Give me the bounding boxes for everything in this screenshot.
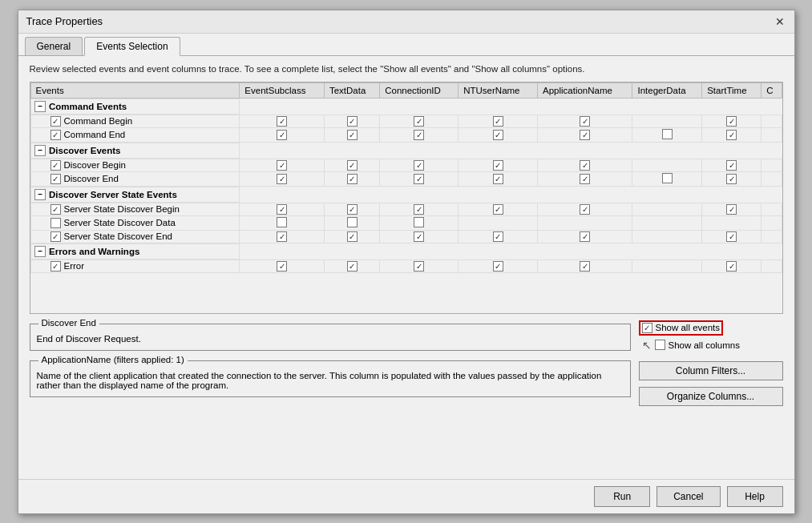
show-options: Show all events ↖ Show all columns — [639, 320, 783, 352]
col-cb[interactable] — [662, 173, 673, 183]
application-name-title: ApplicationName (filters applied: 1) — [38, 355, 188, 364]
col-cb[interactable] — [726, 130, 737, 140]
close-button[interactable]: ✕ — [774, 15, 786, 28]
event-checkbox[interactable] — [50, 130, 61, 140]
show-all-events-row: Show all events — [639, 320, 783, 336]
col-cb[interactable] — [347, 231, 358, 242]
discover-end-box: Discover End End of Discover Request. — [30, 324, 631, 351]
col-cb[interactable] — [414, 160, 424, 171]
col-eventsubclass: EventSubclass — [240, 82, 325, 98]
organize-columns-button[interactable]: Organize Columns... — [639, 387, 783, 406]
col-cb[interactable] — [726, 116, 737, 127]
discover-end-title: Discover End — [38, 318, 99, 328]
col-cb[interactable] — [277, 261, 287, 272]
col-cb[interactable] — [726, 204, 737, 215]
tab-general[interactable]: General — [25, 37, 83, 55]
run-button[interactable]: Run — [594, 486, 650, 507]
category-errors-warnings: – Errors and Warnings — [30, 243, 782, 259]
column-filters-button[interactable]: Column Filters... — [639, 361, 783, 380]
event-checkbox[interactable] — [50, 160, 61, 171]
col-cb[interactable] — [726, 261, 737, 272]
col-cb[interactable] — [347, 160, 358, 171]
dialog: Trace Properties ✕ General Events Select… — [18, 10, 795, 514]
expand-command-events[interactable]: – — [34, 101, 46, 112]
table-row: Server State Discover End — [30, 230, 782, 243]
col-cb[interactable] — [493, 160, 503, 171]
table-row: Server State Discover Data — [30, 215, 782, 230]
discover-end-description: End of Discover Request. — [37, 331, 624, 344]
category-discover-events: – Discover Events — [30, 142, 782, 159]
col-cb[interactable] — [580, 116, 590, 127]
col-cb[interactable] — [347, 217, 358, 227]
expand-errors-warnings[interactable]: – — [34, 246, 46, 257]
col-cb[interactable] — [493, 116, 503, 127]
expand-discover-events[interactable]: – — [34, 145, 46, 156]
cancel-button[interactable]: Cancel — [656, 486, 720, 507]
content-area: Review selected events and event columns… — [18, 56, 794, 479]
description-text: Review selected events and event columns… — [30, 64, 783, 74]
col-cb[interactable] — [726, 160, 737, 171]
event-checkbox[interactable] — [50, 261, 61, 272]
col-cb[interactable] — [277, 204, 287, 215]
col-cb[interactable] — [347, 204, 358, 215]
col-cb[interactable] — [580, 174, 590, 184]
show-all-columns-checkbox[interactable] — [655, 340, 665, 350]
col-cb[interactable] — [414, 174, 424, 184]
category-label: Command Events — [49, 102, 127, 111]
col-cb[interactable] — [347, 261, 358, 272]
table-row: Server State Discover Begin — [30, 203, 782, 215]
col-cb[interactable] — [414, 204, 424, 215]
tab-events-selection[interactable]: Events Selection — [84, 37, 180, 56]
dialog-title: Trace Properties — [26, 15, 103, 27]
col-cb[interactable] — [493, 261, 503, 272]
category-label: Discover Events — [49, 146, 121, 155]
col-cb[interactable] — [347, 174, 358, 184]
col-cb[interactable] — [580, 130, 590, 140]
col-cb[interactable] — [580, 261, 590, 272]
col-cb[interactable] — [347, 130, 358, 140]
event-checkbox[interactable] — [50, 174, 61, 184]
expand-discover-server-state[interactable]: – — [34, 189, 46, 200]
events-table-container[interactable]: Events EventSubclass TextData Connection… — [30, 82, 783, 314]
col-cb[interactable] — [277, 231, 287, 242]
col-cb[interactable] — [493, 231, 503, 242]
col-cb[interactable] — [414, 217, 424, 227]
event-checkbox[interactable] — [50, 231, 61, 242]
show-all-columns-row: ↖ Show all columns — [639, 339, 783, 352]
event-checkbox[interactable] — [50, 204, 61, 215]
col-cb[interactable] — [277, 116, 287, 127]
category-label: Errors and Warnings — [49, 247, 139, 256]
col-cb[interactable] — [414, 116, 424, 127]
col-cb[interactable] — [580, 160, 590, 171]
col-cb[interactable] — [347, 116, 358, 127]
col-cb[interactable] — [493, 130, 503, 140]
help-button[interactable]: Help — [727, 486, 783, 507]
show-all-events-highlight: Show all events — [639, 320, 724, 336]
col-cb[interactable] — [414, 231, 424, 242]
show-all-columns-label: Show all columns — [669, 340, 740, 350]
event-checkbox[interactable] — [50, 116, 61, 127]
col-cb[interactable] — [414, 261, 424, 272]
col-cb[interactable] — [493, 174, 503, 184]
show-all-events-checkbox[interactable] — [642, 323, 652, 333]
col-cb[interactable] — [580, 204, 590, 215]
table-row: Error — [30, 259, 782, 272]
show-all-events-label: Show all events — [656, 323, 721, 332]
col-cb[interactable] — [277, 174, 287, 184]
col-cb[interactable] — [580, 231, 590, 242]
col-cb[interactable] — [277, 217, 287, 227]
tab-bar: General Events Selection — [18, 34, 794, 56]
col-cb[interactable] — [726, 174, 737, 184]
col-applicationname: ApplicationName — [537, 82, 632, 98]
col-events: Events — [30, 82, 240, 98]
category-label: Discover Server State Events — [49, 190, 177, 199]
col-cb[interactable] — [662, 129, 673, 139]
col-cb[interactable] — [277, 130, 287, 140]
col-connectionid: ConnectionID — [380, 82, 459, 98]
col-cb[interactable] — [493, 204, 503, 215]
col-cb[interactable] — [726, 231, 737, 242]
col-cb[interactable] — [414, 130, 424, 140]
table-row: Discover End — [30, 171, 782, 186]
event-checkbox[interactable] — [50, 218, 61, 228]
col-cb[interactable] — [277, 160, 287, 171]
